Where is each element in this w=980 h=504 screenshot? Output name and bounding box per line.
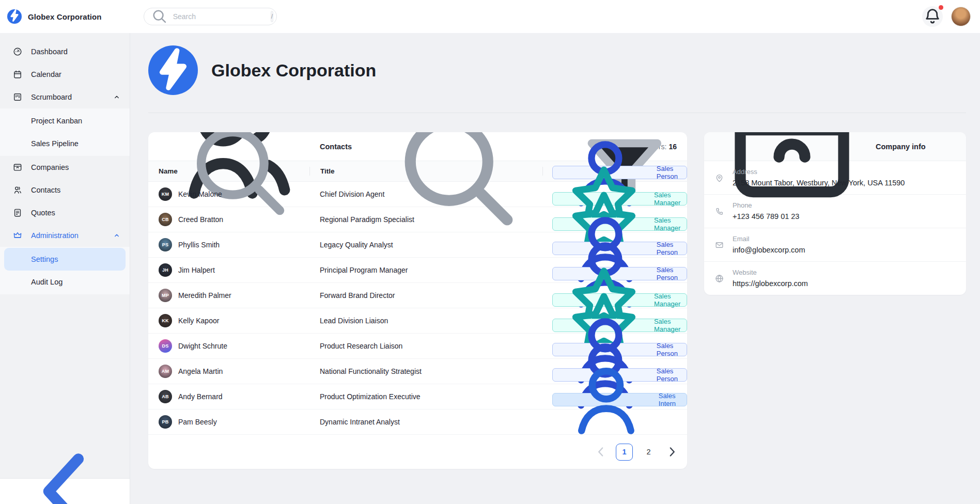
map-pin-icon <box>714 168 724 187</box>
sidebar-item-label: Administration <box>31 231 79 240</box>
chevron-right-icon <box>664 444 680 460</box>
contacts-table-body: KMKevin MaloneChief Division AgentSales … <box>148 182 687 435</box>
role-badge-label: Sales Manager <box>654 191 681 207</box>
sidebar: DashboardCalendarScrumboardProject Kanba… <box>0 33 130 504</box>
contact-name-cell: PBPam Beesly <box>148 415 309 429</box>
company-info-label: Address <box>733 168 905 176</box>
contact-title-cell: Legacy Quality Analyst <box>309 241 542 249</box>
role-badge-label: Sales Manager <box>654 292 681 308</box>
users-icon <box>12 185 23 195</box>
contact-title-cell: Forward Brand Director <box>309 291 542 300</box>
contact-name: Pam Beesly <box>178 418 217 426</box>
kanban-icon <box>12 92 23 102</box>
sidebar-item-companies[interactable]: Companies <box>0 156 130 179</box>
sidebar-footer <box>0 478 130 504</box>
role-badge-label: Sales Person <box>657 367 681 383</box>
contact-role-cell: Sales Intern <box>542 393 687 450</box>
contact-name-cell: JHJim Halpert <box>148 263 309 277</box>
sidebar-item-calendar[interactable]: Calendar <box>0 63 130 86</box>
role-badge-label: Sales Manager <box>654 216 681 232</box>
sidebar-collapse-button[interactable] <box>0 427 130 504</box>
sidebar-item-label: Dashboard <box>31 48 68 56</box>
divider <box>148 113 966 113</box>
company-info-text: Emailinfo@globexcorp.com <box>733 235 805 254</box>
notifications-button[interactable] <box>922 6 943 27</box>
topbar: Globex Corporation / <box>0 0 980 33</box>
sidebar-item-quotes[interactable]: Quotes <box>0 201 130 224</box>
avatar: JH <box>159 263 172 277</box>
user-icon <box>557 351 656 449</box>
contact-name: Kevin Malone <box>178 190 222 198</box>
role-badge-label: Sales Person <box>657 165 681 180</box>
company-info-row-email: Emailinfo@globexcorp.com <box>704 228 966 262</box>
pagination-next-button[interactable] <box>664 444 680 460</box>
table-row[interactable]: PBPam BeeslyDynamic Intranet AnalystSale… <box>148 410 687 435</box>
sidebar-item-label: Scrumboard <box>31 93 72 101</box>
pagination-page-2[interactable]: 2 <box>640 444 657 461</box>
chevron-left-icon <box>0 427 130 504</box>
contact-name: Meredith Palmer <box>178 291 231 300</box>
role-badge-label: Sales Person <box>657 241 681 256</box>
contact-name-cell: DSDwight Schrute <box>148 339 309 353</box>
bank-icon <box>12 162 23 172</box>
sidebar-subitem-settings[interactable]: Settings <box>4 248 126 271</box>
notification-dot <box>939 5 943 10</box>
brand: Globex Corporation <box>0 9 130 24</box>
company-info-value: https://globexcorp.com <box>733 279 808 288</box>
pagination-page-1[interactable]: 1 <box>616 444 633 461</box>
company-info-title: Company info <box>876 143 926 151</box>
contact-name-cell: AMAngela Martin <box>148 365 309 378</box>
sidebar-subitem-audit-log[interactable]: Audit Log <box>0 271 130 293</box>
contact-name-cell: ABAndy Bernard <box>148 390 309 403</box>
company-info-text: Phone+123 456 789 01 23 <box>733 201 799 220</box>
search-input[interactable] <box>173 12 267 21</box>
avatar: PS <box>159 238 172 251</box>
pagination-prev-button[interactable] <box>593 444 609 460</box>
submenu-scrumboard: Project KanbanSales Pipeline <box>0 108 130 156</box>
avatar: DS <box>159 339 172 353</box>
sidebar-item-dashboard[interactable]: Dashboard <box>0 40 130 63</box>
contacts-card: Contacts Total users:16 NameTitleRole KM… <box>148 132 687 469</box>
company-logo-icon <box>7 9 22 24</box>
mail-icon <box>714 235 724 254</box>
contact-name-cell: KMKevin Malone <box>148 187 309 201</box>
avatar: KM <box>159 187 172 201</box>
contact-title-cell: Principal Program Manager <box>309 266 542 274</box>
role-badge-label: Sales Person <box>657 266 681 281</box>
contact-name: Angela Martin <box>178 367 223 375</box>
company-info-value: info@globexcorp.com <box>733 246 805 254</box>
user-avatar[interactable] <box>951 7 971 26</box>
chevron-left-icon <box>593 444 609 460</box>
sidebar-item-label: Contacts <box>31 186 60 194</box>
sidebar-item-label: Companies <box>31 163 69 171</box>
phone-icon <box>714 201 724 220</box>
sidebar-nav: DashboardCalendarScrumboardProject Kanba… <box>0 33 130 478</box>
search-box[interactable]: / <box>144 8 277 25</box>
sidebar-subitem-project-kanban[interactable]: Project Kanban <box>0 109 130 132</box>
file-icon <box>12 208 23 218</box>
contact-title-cell: Product Optimization Executive <box>309 392 542 401</box>
company-info-label: Phone <box>733 201 799 209</box>
contact-name-cell: KKKelly Kapoor <box>148 314 309 327</box>
sidebar-subitem-label: Audit Log <box>31 278 63 286</box>
avatar: MP <box>159 289 172 302</box>
sidebar-subitem-label: Sales Pipeline <box>31 139 79 148</box>
company-info-label: Website <box>733 269 808 276</box>
search-icon <box>150 7 169 26</box>
main-content: Globex Corporation Contacts Total users:… <box>130 33 980 504</box>
contact-title-cell: Regional Paradigm Specialist <box>309 215 542 224</box>
company-info-row-website: Websitehttps://globexcorp.com <box>704 262 966 295</box>
contact-name: Kelly Kapoor <box>178 317 219 325</box>
avatar: CB <box>159 213 172 226</box>
sidebar-subitem-sales-pipeline[interactable]: Sales Pipeline <box>0 132 130 155</box>
sidebar-item-administration[interactable]: Administration <box>0 224 130 247</box>
role-badge[interactable]: Sales Intern <box>552 393 687 406</box>
sidebar-item-scrumboard[interactable]: Scrumboard <box>0 86 130 108</box>
page-title: Globex Corporation <box>211 60 376 81</box>
contact-name: Creed Bratton <box>178 215 223 224</box>
sidebar-item-contacts[interactable]: Contacts <box>0 179 130 201</box>
sidebar-subitem-label: Settings <box>31 255 58 263</box>
company-info-label: Email <box>733 235 805 243</box>
company-info-text: Websitehttps://globexcorp.com <box>733 269 808 288</box>
contact-title-cell: National Functionality Strategist <box>309 367 542 375</box>
